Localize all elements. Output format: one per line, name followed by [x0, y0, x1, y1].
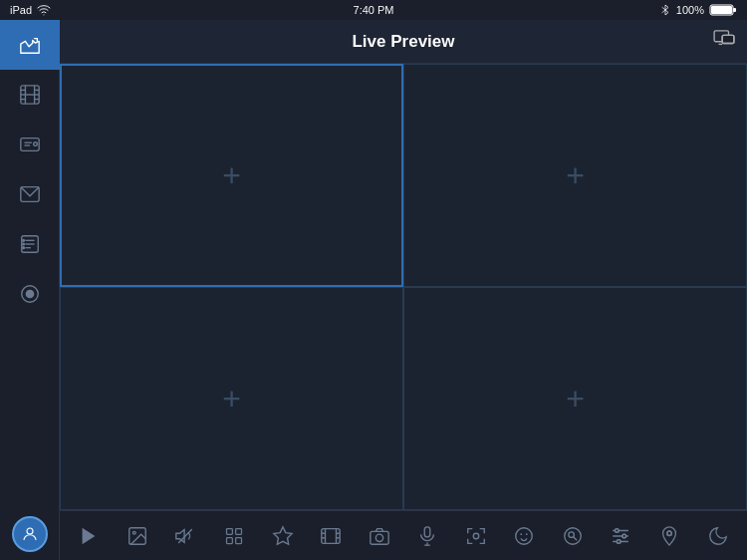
bluetooth-icon: [659, 4, 671, 16]
svg-point-25: [27, 528, 33, 534]
volume-button[interactable]: [167, 518, 203, 554]
svg-rect-11: [20, 139, 38, 151]
screen-icon: [713, 30, 735, 48]
moon-button[interactable]: [700, 518, 736, 554]
header: Live Preview: [60, 20, 747, 64]
sidebar-profile[interactable]: [12, 516, 48, 552]
svg-point-32: [132, 531, 135, 534]
search-circle-button[interactable]: [555, 518, 591, 554]
svg-rect-35: [226, 528, 232, 534]
mail-icon: [19, 183, 41, 205]
add-camera-1: +: [222, 159, 241, 191]
location-button[interactable]: [651, 518, 687, 554]
search-circle-icon: [562, 525, 584, 547]
svg-line-58: [574, 536, 577, 539]
play-button[interactable]: [71, 518, 107, 554]
battery-label: 100%: [676, 4, 704, 16]
svg-point-55: [526, 533, 528, 535]
sidebar-item-record[interactable]: [0, 269, 60, 319]
sliders-icon: [610, 525, 631, 547]
status-bar: iPad 7:40 PM 100%: [0, 0, 747, 20]
settings-list-icon: [19, 233, 41, 255]
battery-icon: [709, 3, 737, 17]
film-icon: [19, 84, 41, 106]
svg-point-48: [375, 534, 382, 541]
svg-point-24: [26, 290, 33, 297]
play-icon: [78, 525, 100, 547]
filmstrip-button[interactable]: [313, 518, 349, 554]
svg-marker-39: [273, 526, 291, 543]
page-title: Live Preview: [352, 32, 454, 52]
svg-rect-49: [424, 526, 430, 536]
wifi-icon: [37, 3, 51, 17]
svg-rect-27: [722, 35, 734, 43]
moon-icon: [707, 525, 729, 547]
photo-button[interactable]: [120, 518, 155, 554]
screen-button[interactable]: [713, 30, 735, 53]
camera-icon: [19, 34, 41, 56]
camera-toolbar-button[interactable]: [362, 518, 397, 554]
svg-point-53: [516, 527, 533, 544]
svg-point-21: [22, 243, 24, 245]
sidebar: [0, 20, 60, 560]
mic-icon: [416, 525, 438, 547]
video-cell-4[interactable]: +: [403, 287, 747, 510]
location-icon: [658, 525, 680, 547]
profile-avatar: [12, 516, 48, 552]
svg-point-22: [22, 247, 24, 249]
scan-button[interactable]: [458, 518, 494, 554]
svg-rect-37: [226, 537, 232, 543]
grid4-icon: [224, 526, 244, 546]
face-button[interactable]: [506, 518, 542, 554]
video-cell-1[interactable]: +: [60, 64, 403, 287]
star-icon: [272, 525, 294, 547]
grid4-button[interactable]: [216, 518, 252, 554]
sidebar-item-mail[interactable]: [0, 169, 60, 219]
video-grid: + + + +: [60, 64, 747, 510]
svg-marker-30: [83, 527, 96, 544]
ipad-label: iPad: [10, 4, 32, 16]
scan-icon: [465, 525, 487, 547]
sidebar-item-dvr[interactable]: [0, 120, 60, 169]
video-cell-3[interactable]: +: [60, 287, 403, 510]
svg-rect-2: [733, 8, 736, 12]
person-icon: [21, 525, 39, 543]
add-camera-4: +: [566, 383, 585, 415]
sidebar-item-settings-list[interactable]: [0, 219, 60, 269]
video-cell-2[interactable]: +: [403, 64, 747, 287]
status-time: 7:40 PM: [354, 4, 394, 16]
svg-rect-40: [322, 528, 340, 543]
svg-rect-38: [236, 537, 242, 543]
svg-point-52: [473, 533, 479, 539]
status-right: 100%: [659, 3, 737, 17]
star-button[interactable]: [265, 518, 301, 554]
camera-tb-icon: [369, 525, 390, 547]
photo-icon: [126, 525, 148, 547]
svg-rect-36: [236, 528, 242, 534]
sliders-button[interactable]: [603, 518, 638, 554]
volume-icon: [174, 525, 196, 547]
filmstrip-icon: [320, 525, 342, 547]
svg-point-14: [33, 142, 37, 146]
add-camera-2: +: [566, 159, 585, 191]
record-icon: [19, 283, 41, 305]
svg-rect-1: [711, 6, 732, 14]
face-icon: [513, 525, 535, 547]
sidebar-item-camera[interactable]: [0, 20, 60, 70]
mic-button[interactable]: [409, 518, 445, 554]
status-left: iPad: [10, 3, 51, 17]
add-camera-3: +: [222, 383, 241, 415]
dvr-icon: [19, 134, 41, 155]
bottom-toolbar: [60, 510, 747, 560]
svg-point-20: [22, 239, 24, 241]
sidebar-item-film[interactable]: [0, 70, 60, 120]
svg-point-54: [521, 533, 523, 535]
svg-point-56: [565, 527, 582, 544]
svg-rect-47: [370, 531, 387, 544]
